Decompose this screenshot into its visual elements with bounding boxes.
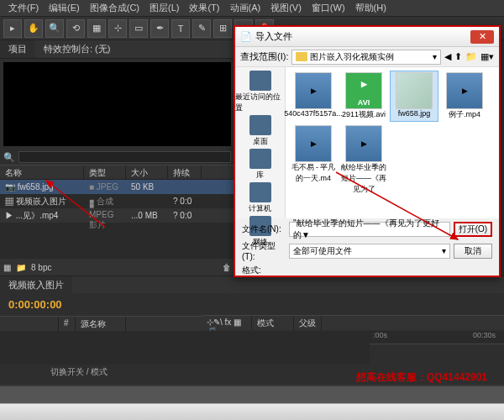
col-type[interactable]: 类型 bbox=[84, 165, 126, 179]
search-icon: 🔍 bbox=[3, 152, 15, 163]
status-bar bbox=[0, 386, 504, 403]
cancel-button[interactable]: 取消 bbox=[454, 244, 492, 259]
timecode-display[interactable]: 0:00:00:00 bbox=[0, 293, 202, 316]
col-parent: 父级 bbox=[294, 316, 322, 330]
file-item[interactable]: ▶AVI2911视频.avi bbox=[339, 71, 388, 122]
menu-file[interactable]: 文件(F) bbox=[3, 2, 44, 14]
dialog-icon: 📄 bbox=[240, 31, 252, 42]
col-mode: 模式 bbox=[252, 316, 294, 330]
folder-icon[interactable]: 📁 bbox=[16, 263, 26, 272]
menu-anim[interactable]: 动画(A) bbox=[225, 2, 266, 14]
menu-comp[interactable]: 图像合成(C) bbox=[85, 2, 144, 14]
folder-icon bbox=[296, 52, 307, 61]
camera-tool-icon[interactable]: ▦ bbox=[87, 19, 106, 38]
path-combo[interactable]: 图片嵌入羽化视频实例 ▾ bbox=[291, 50, 441, 65]
file-grid: ▶540c437f5157a... ▶AVI2911视频.avi fw658.j… bbox=[286, 67, 499, 218]
filename-label: 文件名(N): bbox=[242, 223, 286, 235]
place-desktop[interactable]: 桌面 bbox=[249, 115, 271, 147]
col-dur[interactable]: 持续时 bbox=[168, 165, 202, 179]
timeline-tab[interactable]: 视频嵌入图片 bbox=[0, 276, 72, 293]
menu-help[interactable]: 帮助(H) bbox=[350, 2, 391, 14]
anchor-tool-icon[interactable]: ⊹ bbox=[108, 19, 127, 38]
watermark-text: 想高在线客服：QQ41442901 bbox=[356, 370, 487, 385]
timeline-panel: 视频嵌入图片 0:00:00:00 # 源名称 ⊹✎\ fx ▦ 🎵 模式 父级… bbox=[0, 276, 504, 385]
filetype-combo[interactable]: 全部可使用文件▾ bbox=[289, 244, 450, 259]
file-item-selected[interactable]: fw658.jpg bbox=[390, 71, 438, 122]
project-search-input[interactable] bbox=[18, 151, 231, 163]
project-row[interactable]: ▶ ...见》.mp4 ■ MPEG 影片 ...0 MB ? 0:0 bbox=[0, 208, 234, 223]
file-item[interactable]: ▶献给毕业季的短片——《再见为了 bbox=[339, 123, 388, 197]
import-file-dialog: 📄 导入文件 ✕ 查找范围(I): 图片嵌入羽化视频实例 ▾ ◀ ⬆ 📁 ▦▾ … bbox=[234, 25, 501, 277]
menu-effect[interactable]: 效果(T) bbox=[184, 2, 224, 14]
rect-tool-icon[interactable]: ▭ bbox=[129, 19, 148, 38]
bin-icon[interactable]: ▦ bbox=[3, 263, 11, 272]
up-icon[interactable]: ⬆ bbox=[454, 51, 462, 62]
format-label: 格式: bbox=[242, 265, 286, 276]
hand-tool-icon[interactable]: ✋ bbox=[24, 19, 43, 38]
filename-input[interactable]: "献给毕业季的短片——《再见为了更好的▼ bbox=[289, 222, 450, 237]
back-icon[interactable]: ◀ bbox=[444, 51, 451, 62]
bpc-toggle[interactable]: 8 bpc bbox=[31, 263, 51, 272]
selection-tool-icon[interactable]: ▸ bbox=[3, 19, 22, 38]
project-list-header: 名称 类型 大小 持续时 bbox=[0, 165, 234, 180]
text-tool-icon[interactable]: T bbox=[171, 19, 190, 38]
project-list: 📷 fw658.jpg ■ JPEG 50 KB ▦ 视频嵌入图片 ■ 合成 ?… bbox=[0, 180, 234, 259]
col-size[interactable]: 大小 bbox=[126, 165, 168, 179]
lookup-label: 查找范围(I): bbox=[240, 50, 288, 63]
close-button[interactable]: ✕ bbox=[470, 30, 494, 44]
place-recent[interactable]: 最近访问的位置 bbox=[235, 71, 285, 113]
place-library[interactable]: 库 bbox=[249, 149, 271, 181]
file-item[interactable]: ▶540c437f5157a... bbox=[289, 71, 338, 122]
project-row[interactable]: 📷 fw658.jpg ■ JPEG 50 KB bbox=[0, 180, 234, 194]
col-name[interactable]: 名称 bbox=[0, 165, 84, 179]
menu-edit[interactable]: 编辑(E) bbox=[44, 2, 85, 14]
dialog-titlebar: 📄 导入文件 ✕ bbox=[235, 27, 499, 47]
menubar: 文件(F) 编辑(E) 图像合成(C) 图层(L) 效果(T) 动画(A) 视图… bbox=[0, 0, 504, 17]
rotate-tool-icon[interactable]: ⟲ bbox=[66, 19, 85, 38]
pen-tool-icon[interactable]: ✒ bbox=[150, 19, 169, 38]
menu-view[interactable]: 视图(V) bbox=[265, 2, 307, 14]
viewmode-icon[interactable]: ▦▾ bbox=[480, 51, 494, 62]
tab-fx-console[interactable]: 特效控制台: (无) bbox=[35, 40, 118, 58]
file-item[interactable]: ▶例子.mp4 bbox=[440, 71, 489, 122]
chevron-down-icon: ▾ bbox=[433, 52, 437, 61]
chevron-down-icon: ▾ bbox=[442, 246, 446, 255]
trash-icon[interactable]: 🗑 bbox=[223, 263, 231, 272]
timeline-ruler[interactable]: :00s 00:30s bbox=[370, 331, 504, 344]
dialog-title: 导入文件 bbox=[255, 30, 292, 43]
file-item[interactable]: ▶毛不易 - 平凡的一天.m4 bbox=[289, 123, 338, 197]
menu-layer[interactable]: 图层(L) bbox=[144, 2, 184, 14]
zoom-tool-icon[interactable]: 🔍 bbox=[45, 19, 64, 38]
col-source: 源名称 bbox=[76, 317, 126, 331]
brush-tool-icon[interactable]: ✎ bbox=[192, 19, 211, 38]
project-preview bbox=[3, 62, 231, 146]
tab-project[interactable]: 项目 bbox=[0, 40, 35, 58]
project-footer: ▦ 📁 8 bpc 🗑 bbox=[0, 259, 234, 276]
menu-window[interactable]: 窗口(W) bbox=[307, 2, 350, 14]
stamp-tool-icon[interactable]: ⊞ bbox=[213, 19, 232, 38]
open-button[interactable]: 打开(O) bbox=[454, 222, 492, 237]
newfolder-icon[interactable]: 📁 bbox=[465, 51, 477, 62]
place-computer[interactable]: 计算机 bbox=[249, 182, 271, 214]
os-taskbar bbox=[0, 403, 504, 420]
filetype-label: 文件类型(T): bbox=[242, 240, 286, 261]
project-panel: 项目 特效控制台: (无) 🔍 名称 类型 大小 持续时 📷 fw658.jpg… bbox=[0, 40, 235, 276]
col-num: # bbox=[59, 317, 76, 331]
places-sidebar: 最近访问的位置 桌面 库 计算机 网络 bbox=[235, 67, 286, 218]
